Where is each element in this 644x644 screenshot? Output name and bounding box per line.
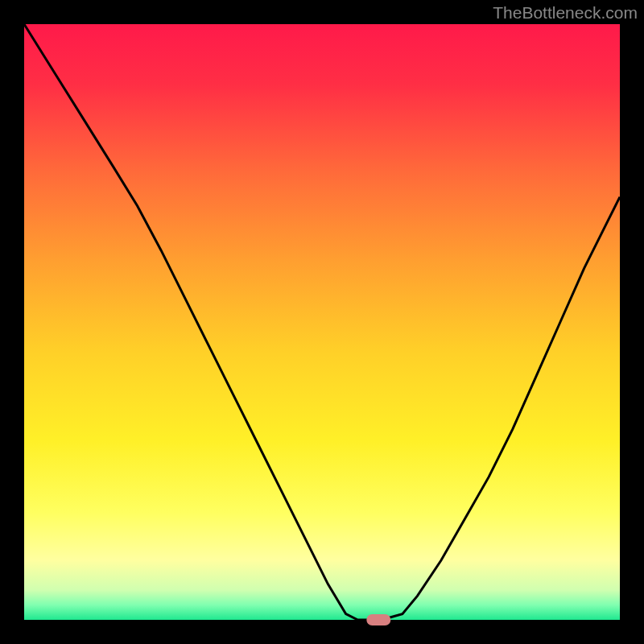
optimum-marker xyxy=(366,614,390,625)
chart-container xyxy=(0,0,644,644)
chart-svg xyxy=(0,0,644,644)
gradient-background xyxy=(24,24,620,620)
watermark-text: TheBottleneck.com xyxy=(493,3,638,23)
